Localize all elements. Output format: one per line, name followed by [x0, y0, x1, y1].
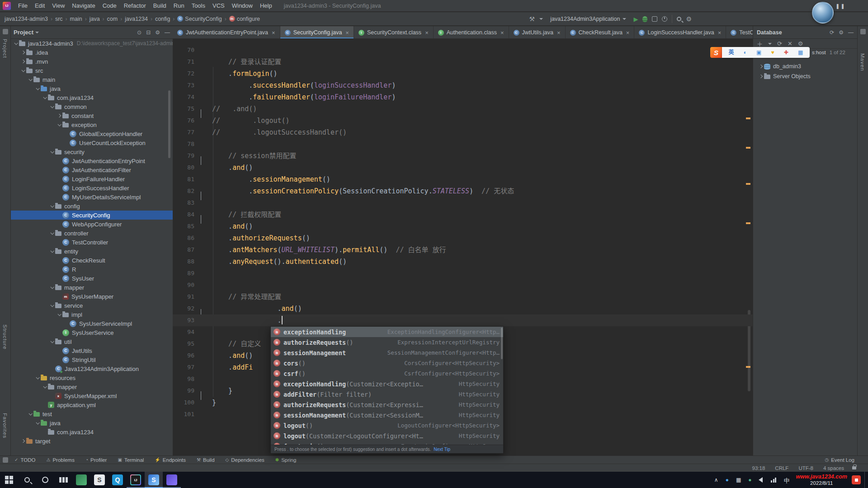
- taskbar-app-green[interactable]: [72, 472, 90, 488]
- code-line[interactable]: 86 .authorizeRequests(): [173, 232, 753, 244]
- tree-item-java1234-admin3[interactable]: java1234-admin3D:\ideaworkspace_test7\ja…: [11, 39, 173, 48]
- indent-setting[interactable]: 4 spaces: [823, 465, 844, 471]
- menu-run[interactable]: Run: [170, 0, 188, 12]
- tab-jwtutils-java[interactable]: CJwtUtils.java×: [509, 26, 566, 39]
- breadcrumb-item[interactable]: config: [155, 16, 170, 22]
- tree-arrow-icon[interactable]: [49, 205, 55, 207]
- tree-item-globalexceptionhandler[interactable]: CGlobalExceptionHandler: [11, 129, 173, 138]
- code-line[interactable]: 89: [173, 267, 753, 279]
- completion-item-csrf[interactable]: mcsrf()CsrfConfigurer<HttpSecurity>: [271, 368, 503, 379]
- tree-arrow-icon[interactable]: [20, 69, 26, 72]
- code-line[interactable]: 82 .sessionCreationPolicy(SessionCreatio…: [173, 185, 753, 197]
- completion-item-sessionManagement[interactable]: msessionManagementSessionManagementConfi…: [271, 347, 503, 358]
- tree-arrow-icon[interactable]: [56, 114, 62, 117]
- tool-window-button-spring[interactable]: ✽Spring: [275, 457, 297, 463]
- tree-arrow-icon[interactable]: [56, 123, 62, 126]
- ime-toolbox-icon[interactable]: ▦: [798, 50, 803, 55]
- tree-arrow-icon[interactable]: [34, 87, 41, 90]
- tree-item-application-yml[interactable]: yapplication.yml: [11, 400, 173, 409]
- tree-item-usercountlockexception[interactable]: CUserCountLockException: [11, 138, 173, 147]
- code-line[interactable]: 71 // 登录认证配置: [173, 56, 753, 68]
- chevron-down-icon[interactable]: [35, 32, 39, 33]
- tool-window-switcher-icon[interactable]: [3, 457, 8, 463]
- tree-item-loginfailurehandler[interactable]: CLoginFailureHandler: [11, 174, 173, 183]
- recorder-pause-icon[interactable]: ❚❚: [835, 3, 845, 9]
- completion-item-cors[interactable]: mcors()CorsConfigurer<HttpSecurity>: [271, 358, 503, 368]
- stop-icon[interactable]: ✕: [788, 40, 793, 47]
- refresh-icon[interactable]: ⟳: [830, 29, 834, 36]
- tree-item-controller[interactable]: controller: [11, 229, 173, 238]
- breadcrumb-item[interactable]: java: [90, 16, 100, 22]
- tree-arrow-icon[interactable]: [758, 65, 764, 68]
- tree-item-com-java1234[interactable]: com.java1234: [11, 93, 173, 102]
- locate-file-icon[interactable]: ⊙: [137, 29, 142, 36]
- code-line[interactable]: 92 .and(): [173, 303, 753, 314]
- breadcrumb-item[interactable]: java1234: [125, 16, 148, 22]
- breadcrumb-item[interactable]: java1234-admin3: [5, 16, 48, 22]
- input-language-indicator[interactable]: 中: [783, 476, 789, 484]
- tool-window-button-profiler[interactable]: ◔Profiler: [85, 457, 107, 463]
- ime-keyboard-icon[interactable]: ▣: [756, 50, 761, 55]
- refresh-icon[interactable]: ⟳: [777, 40, 782, 47]
- tool-window-button-dependencies[interactable]: ◇Dependencies: [226, 457, 264, 463]
- tree-item-securityconfig[interactable]: CSecurityConfig: [11, 211, 173, 220]
- taskbar-app-recorder[interactable]: S: [145, 472, 163, 488]
- code-line[interactable]: 72 .formLogin(): [173, 68, 753, 80]
- tree-arrow-icon[interactable]: [49, 105, 55, 108]
- menu-vcs[interactable]: VCS: [209, 0, 228, 12]
- code-line[interactable]: 70: [173, 44, 753, 56]
- ime-medical-icon[interactable]: ✚: [784, 50, 788, 55]
- tree-arrow-icon[interactable]: [27, 78, 33, 81]
- run-button[interactable]: ▶: [633, 16, 638, 23]
- close-icon[interactable]: ×: [500, 29, 504, 36]
- tool-button-structure[interactable]: Structure: [2, 324, 8, 350]
- tree-item-sysuser[interactable]: CSysUser: [11, 274, 173, 283]
- sogou-logo-icon[interactable]: S: [710, 47, 722, 58]
- tree-item-stringutil[interactable]: CStringUtil: [11, 355, 173, 364]
- menu-navigate[interactable]: Navigate: [68, 0, 99, 12]
- close-icon[interactable]: ×: [272, 29, 275, 36]
- hide-panel-icon[interactable]: —: [848, 29, 854, 36]
- chevron-down-icon[interactable]: [768, 43, 772, 45]
- menu-window[interactable]: Window: [228, 0, 256, 12]
- code-line[interactable]: 79 // session禁用配置: [173, 150, 753, 162]
- tree-item-mapper[interactable]: mapper: [11, 382, 173, 391]
- tree-item-testcontroller[interactable]: CTestController: [11, 238, 173, 247]
- tree-item-config[interactable]: config: [11, 202, 173, 211]
- hide-panel-icon[interactable]: —: [165, 29, 170, 36]
- file-encoding[interactable]: UTF-8: [798, 465, 813, 471]
- caret-position[interactable]: 93:18: [752, 465, 765, 471]
- tree-item-jwtauthenticationentrypoint[interactable]: CJwtAuthenticationEntryPoint: [11, 156, 173, 165]
- ime-halfwidth-icon[interactable]: ◐: [744, 50, 747, 55]
- tree-arrow-icon[interactable]: [20, 440, 26, 442]
- completion-item-logout[interactable]: mlogout()LogoutConfigurer<HttpSecurity>: [271, 420, 503, 431]
- taskbar-search-icon[interactable]: [18, 472, 36, 488]
- taskbar-app-purple[interactable]: [163, 472, 181, 488]
- db-item-server-objects[interactable]: Server Objects: [753, 71, 857, 81]
- project-scrollbar[interactable]: [168, 90, 170, 158]
- show-desktop-button[interactable]: [864, 472, 868, 488]
- completion-item-sessionManagement[interactable]: msessionManagement(Customizer<SessionM…H…: [271, 410, 503, 420]
- tab-securitycontext-class[interactable]: ISecurityContext.class×: [354, 26, 434, 39]
- database-panel-header[interactable]: Database ⟳ ⚙ —: [753, 26, 857, 39]
- tool-button-project[interactable]: Project: [2, 39, 8, 58]
- tree-item-checkresult[interactable]: CCheckResult: [11, 256, 173, 265]
- tree-item-jwtauthenticationfilter[interactable]: CJwtAuthenticationFilter: [11, 165, 173, 174]
- code-line[interactable]: 83: [173, 197, 753, 209]
- tree-item-impl[interactable]: impl: [11, 310, 173, 319]
- tree-item--idea[interactable]: .idea: [11, 48, 173, 57]
- close-icon[interactable]: ×: [557, 29, 561, 36]
- tab-securityconfig-java[interactable]: CSecurityConfig.java×: [280, 26, 354, 39]
- tray-grid-icon[interactable]: ▦: [736, 477, 741, 483]
- tree-arrow-icon[interactable]: [42, 96, 48, 99]
- tree-item-test[interactable]: test: [11, 409, 173, 418]
- close-icon[interactable]: ×: [425, 29, 429, 36]
- tree-item-java[interactable]: java: [11, 84, 173, 93]
- tree-item-src[interactable]: src: [11, 66, 173, 75]
- breadcrumb-item[interactable]: com: [107, 16, 118, 22]
- run-configuration-select[interactable]: java1234Admin3Application: [547, 15, 629, 23]
- code-line[interactable]: 73 .successHandler(loginSuccessHandler): [173, 80, 753, 91]
- taskbar-app-intellij[interactable]: IJ: [127, 472, 145, 488]
- code-line[interactable]: 78: [173, 138, 753, 150]
- tree-item-sysusermapper-xml[interactable]: xSysUserMapper.xml: [11, 391, 173, 400]
